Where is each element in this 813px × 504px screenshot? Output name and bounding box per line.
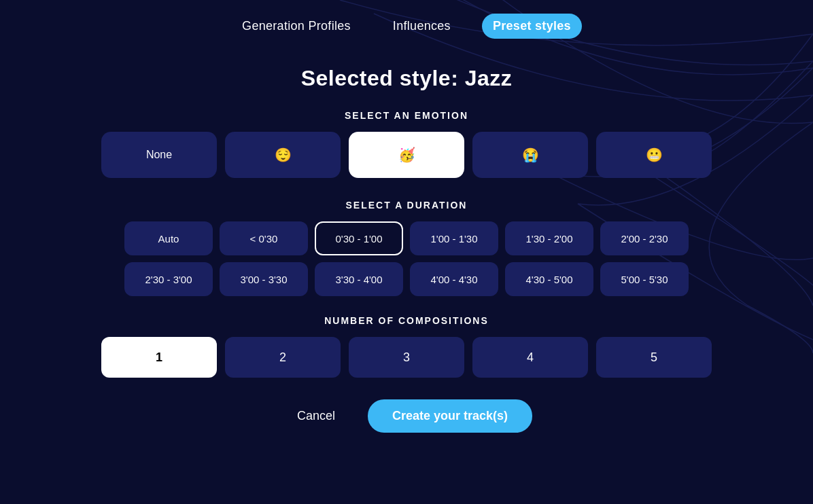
composition-btn-1[interactable]: 1: [101, 337, 217, 378]
duration-btn-330-400[interactable]: 3'30 - 4'00: [315, 262, 403, 296]
duration-btn-100-130[interactable]: 1'00 - 1'30: [410, 221, 498, 255]
duration-row-2: 2'30 - 3'00 3'00 - 3'30 3'30 - 4'00 4'00…: [124, 262, 689, 296]
emotion-label-none: None: [146, 149, 172, 161]
duration-btn-30-100[interactable]: 0'30 - 1'00: [315, 221, 403, 255]
duration-btn-130-200[interactable]: 1'30 - 2'00: [505, 221, 593, 255]
emotion-btn-none[interactable]: None: [101, 132, 217, 178]
tab-influences[interactable]: Influences: [382, 14, 462, 39]
emotion-btn-sad[interactable]: 😭: [472, 132, 588, 178]
composition-btn-2[interactable]: 2: [225, 337, 341, 378]
emotion-emoji-party: 🥳: [398, 147, 415, 163]
duration-btn-430-500[interactable]: 4'30 - 5'00: [505, 262, 593, 296]
composition-btn-3[interactable]: 3: [349, 337, 464, 378]
duration-btn-auto[interactable]: Auto: [124, 221, 213, 255]
compositions-section: NUMBER OF COMPOSITIONS 1 2 3 4 5: [0, 315, 813, 378]
emotion-btn-grin[interactable]: 😬: [596, 132, 712, 178]
emotion-section-label: SELECT AN EMOTION: [345, 110, 468, 121]
duration-btn-500-530[interactable]: 5'00 - 5'30: [600, 262, 689, 296]
composition-btn-5[interactable]: 5: [596, 337, 712, 378]
emotion-btn-happy[interactable]: 😌: [225, 132, 341, 178]
duration-row-1: Auto < 0'30 0'30 - 1'00 1'00 - 1'30 1'30…: [124, 221, 689, 255]
emotion-emoji-sad: 😭: [522, 147, 539, 163]
create-tracks-button[interactable]: Create your track(s): [368, 399, 532, 433]
tab-generation-profiles[interactable]: Generation Profiles: [231, 14, 362, 39]
cancel-button[interactable]: Cancel: [281, 401, 351, 431]
action-row: Cancel Create your track(s): [281, 399, 532, 433]
duration-btn-400-430[interactable]: 4'00 - 4'30: [410, 262, 498, 296]
duration-btn-200-230[interactable]: 2'00 - 2'30: [600, 221, 689, 255]
emotion-row: None 😌 🥳 😭 😬: [101, 132, 712, 178]
emotion-emoji-happy: 😌: [275, 147, 292, 163]
emotion-emoji-grin: 😬: [646, 147, 663, 163]
emotion-btn-party[interactable]: 🥳: [349, 132, 464, 178]
duration-btn-300-330[interactable]: 3'00 - 3'30: [220, 262, 308, 296]
selected-style-title: Selected style: Jazz: [301, 66, 513, 91]
composition-btn-4[interactable]: 4: [472, 337, 588, 378]
compositions-section-label: NUMBER OF COMPOSITIONS: [324, 315, 489, 326]
duration-grid: Auto < 0'30 0'30 - 1'00 1'00 - 1'30 1'30…: [124, 221, 689, 296]
tab-preset-styles[interactable]: Preset styles: [482, 14, 582, 39]
duration-section-label: SELECT A DURATION: [346, 200, 468, 211]
compositions-row: 1 2 3 4 5: [101, 337, 712, 378]
nav-tabs: Generation Profiles Influences Preset st…: [231, 14, 582, 39]
duration-btn-lt30[interactable]: < 0'30: [220, 221, 308, 255]
duration-btn-230-300[interactable]: 2'30 - 3'00: [124, 262, 213, 296]
duration-section: SELECT A DURATION Auto < 0'30 0'30 - 1'0…: [0, 200, 813, 296]
